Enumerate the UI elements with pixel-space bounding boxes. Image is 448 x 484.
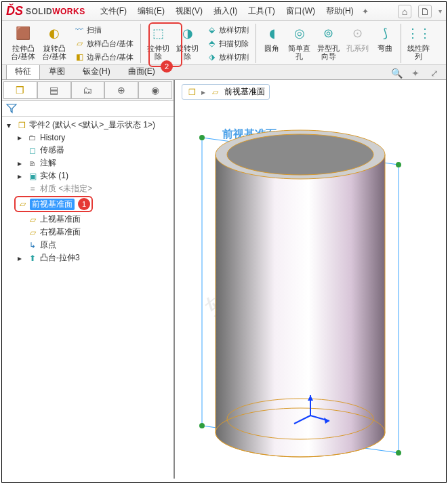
tree-annotations[interactable]: ▸ 🗈 注解: [3, 157, 172, 169]
cut-boundary-icon: ⬗: [206, 52, 217, 62]
tree-top-plane[interactable]: ▱ 上视基准面: [3, 213, 172, 226]
bend-button[interactable]: ⟆ 弯曲: [372, 24, 398, 63]
app-name: SOLIDWORKS: [26, 7, 85, 16]
filter-icon: [6, 103, 17, 114]
tree-history[interactable]: ▸ 🗀 History: [3, 132, 172, 144]
linear-pattern-icon: ⋮⋮: [410, 25, 428, 43]
display-icon: ◉: [151, 85, 159, 96]
loft-button[interactable]: ▱放样凸台/基体: [73, 37, 135, 49]
feature-tabs: 特征 草图 钣金(H) 曲面(E) 🔍 ✦ ⤢: [2, 65, 446, 80]
panel-tab-dimxpert[interactable]: ⊕: [104, 81, 138, 99]
target-icon: ⊕: [117, 85, 125, 96]
menu-insert[interactable]: 插入(I): [208, 3, 243, 20]
expand-icon[interactable]: ⤢: [428, 67, 441, 79]
panel-tab-property[interactable]: ▤: [37, 81, 71, 99]
selection-breadcrumb[interactable]: ❒ ▸ ▱ 前视基准面: [182, 84, 270, 100]
search-icon[interactable]: 🔍: [390, 67, 403, 79]
menu-edit[interactable]: 编辑(E): [132, 3, 170, 20]
viewport-3d[interactable]: ❒ ▸ ▱ 前视基准面 软件自学网: [175, 80, 446, 479]
sweep-button[interactable]: 〰扫描: [73, 24, 135, 36]
plane-icon: ▱: [27, 214, 38, 225]
collapse-icon[interactable]: ▾: [3, 120, 14, 131]
loft-icon: ▱: [74, 38, 85, 49]
ribbon-group-pattern: ⋮⋮ 线性阵 列: [401, 24, 436, 63]
plane-icon: ▱: [27, 227, 38, 238]
menubar: ĎS SOLIDWORKS 文件(F) 编辑(E) 视图(V) 插入(I) 工具…: [2, 2, 446, 21]
extrude-boss-button[interactable]: 🟫 拉伸凸 台/基体: [7, 24, 39, 63]
solidworks-logo-icon: ĎS: [6, 4, 23, 18]
bend-icon: ⟆: [376, 25, 394, 43]
revolve-boss-icon: ◐: [45, 25, 63, 43]
tree-sensors[interactable]: ◻ 传感器: [3, 144, 172, 157]
tab-sheetmetal[interactable]: 钣金(H): [74, 63, 119, 79]
home-icon[interactable]: ⌂: [398, 5, 411, 18]
tree-material[interactable]: ≡ 材质 <未指定>: [3, 182, 172, 195]
panel-tab-config[interactable]: 🗂: [71, 81, 105, 99]
menu-view[interactable]: 视图(V): [170, 3, 208, 20]
fillet-icon: ◖: [263, 25, 281, 43]
menu-file[interactable]: 文件(F): [95, 3, 132, 20]
revolve-boss-button[interactable]: ◐ 旋转凸 台/基体: [39, 24, 70, 63]
fillet-button[interactable]: ◖ 圆角: [259, 24, 285, 63]
svg-point-7: [396, 450, 401, 456]
dropdown-arrow-icon[interactable]: ▾: [439, 7, 442, 15]
extrude-boss-icon: 🟫: [14, 25, 32, 43]
tree-right-plane[interactable]: ▱ 右视基准面: [3, 226, 172, 239]
cut-loft-icon: ⬘: [206, 38, 217, 49]
ribbon-group-features: 🟫 拉伸凸 台/基体 ◐ 旋转凸 台/基体 〰扫描 ▱放样凸台/基体 ◧边界凸台…: [5, 24, 141, 63]
svg-point-4: [199, 135, 205, 140]
cut-boundary-button[interactable]: ⬗放样切割: [205, 51, 250, 63]
config-icon: 🗂: [83, 85, 92, 96]
ribbon-group-hole: ◖ 圆角 ◎ 简单直 孔 ⊚ 异型孔 向导 ⊙ 孔系列 ⟆ 弯曲: [256, 24, 401, 63]
tree-bodies[interactable]: ▸ ▣ 实体 (1): [3, 169, 172, 182]
simple-hole-icon: ◎: [291, 25, 308, 43]
plane-icon: ▱: [17, 199, 28, 209]
origin-icon: ↳: [27, 240, 38, 251]
tree-front-plane[interactable]: ▱ 前视基准面 1: [3, 195, 172, 213]
tree-feature-extrude3[interactable]: ▸ ⬆ 凸台-拉伸3: [3, 251, 172, 264]
expand-arrow-icon[interactable]: ▸: [14, 158, 25, 169]
menu-help[interactable]: 帮助(H): [321, 3, 359, 20]
ribbon-toolbar: 🟫 拉伸凸 台/基体 ◐ 旋转凸 台/基体 〰扫描 ▱放样凸台/基体 ◧边界凸台…: [2, 21, 446, 65]
new-doc-icon[interactable]: 🗋: [418, 5, 432, 18]
expand-arrow-icon[interactable]: ▸: [14, 253, 25, 264]
menu-tools[interactable]: 工具(T): [243, 3, 280, 20]
hole-wizard-button[interactable]: ⊚ 异型孔 向导: [314, 24, 343, 63]
tab-sketch[interactable]: 草图: [40, 63, 74, 79]
svg-point-5: [396, 162, 401, 167]
hole-series-button[interactable]: ⊙ 孔系列: [343, 24, 372, 63]
boundary-button[interactable]: ◧边界凸台/基体: [73, 51, 135, 63]
svg-point-6: [199, 423, 205, 428]
cut-sweep-button[interactable]: ⬙放样切割: [205, 24, 250, 36]
annotation-icon: 🗈: [27, 158, 38, 169]
plane-icon: ▱: [209, 87, 220, 98]
part-icon: ❒: [186, 87, 197, 98]
tree-root[interactable]: ▾ ❒ 零件2 (默认< <默认>_显示状态 1>): [3, 119, 172, 132]
cut-loft-button[interactable]: ⬘扫描切除: [205, 37, 250, 49]
tree-origin[interactable]: ↳ 原点: [3, 239, 172, 251]
linear-pattern-button[interactable]: ⋮⋮ 线性阵 列: [404, 24, 433, 63]
menubar-right: ⌂ 🗋 ▾: [398, 5, 442, 18]
sensor-icon: ◻: [27, 145, 38, 156]
annotation-highlight-1: ▱ 前视基准面 1: [14, 196, 93, 212]
folder-icon: 🗀: [27, 132, 38, 143]
main-split: ❒ ▤ 🗂 ⊕ ◉ ▾ ❒ 零件2 (默认< <默认>_显示状态 1>) ▸ 🗀: [2, 80, 446, 479]
panel-tab-display[interactable]: ◉: [138, 81, 172, 99]
expand-arrow-icon[interactable]: ▸: [14, 132, 25, 143]
feature-tree[interactable]: ▾ ❒ 零件2 (默认< <默认>_显示状态 1>) ▸ 🗀 History ◻…: [2, 117, 174, 479]
filter-bar[interactable]: [2, 101, 174, 117]
tab-feature[interactable]: 特征: [6, 63, 40, 79]
body-icon: ▣: [27, 171, 38, 182]
star-icon[interactable]: ✦: [362, 7, 369, 16]
feature-tree-icon: ❒: [16, 85, 24, 96]
sweep-icon: 〰: [74, 24, 85, 35]
cylinder-model[interactable]: 前视基准面: [188, 107, 432, 473]
boundary-icon: ◧: [74, 52, 85, 62]
breadcrumb-label: 前视基准面: [224, 86, 265, 98]
menu-window[interactable]: 窗口(W): [281, 3, 321, 20]
view-orientation-icon[interactable]: ✦: [409, 67, 422, 79]
simple-hole-button[interactable]: ◎ 简单直 孔: [285, 24, 314, 63]
extrude-feature-icon: ⬆: [27, 253, 38, 264]
expand-arrow-icon[interactable]: ▸: [14, 171, 25, 182]
panel-tab-feature-tree[interactable]: ❒: [3, 81, 37, 99]
